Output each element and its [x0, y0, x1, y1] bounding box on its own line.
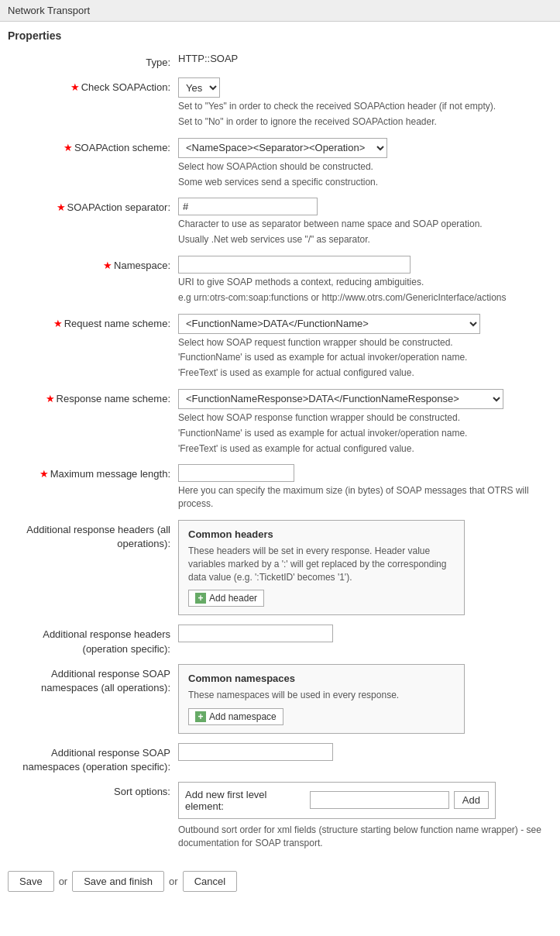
- required-star-check-soap: ★: [70, 81, 80, 93]
- common-headers-box: Common headers These headers will be set…: [178, 520, 465, 615]
- namespace-label-cell: ★Namespace:: [8, 253, 178, 311]
- response-name-scheme-row: ★Response name scheme: <FunctionNameResp…: [8, 386, 560, 461]
- required-star-namespace: ★: [103, 260, 112, 271]
- plus-icon: +: [195, 593, 206, 604]
- check-soap-action-label: Check SOAPAction:: [81, 81, 170, 93]
- soap-action-scheme-hint1: Select how SOAPAction should be construc…: [178, 160, 560, 174]
- namespace-input[interactable]: [178, 256, 411, 274]
- response-name-scheme-field-cell: <FunctionNameResponse>DATA</FunctionName…: [178, 386, 560, 461]
- soap-action-scheme-label: SOAPAction scheme:: [74, 142, 170, 153]
- add-namespace-button[interactable]: + Add namespace: [188, 708, 283, 725]
- max-message-length-input[interactable]: [178, 464, 294, 482]
- soap-action-separator-hint1: Character to use as separator between na…: [178, 218, 560, 231]
- sort-options-hint: Outbound sort order for xml fields (stru…: [178, 824, 560, 850]
- add-header-button[interactable]: + Add header: [188, 590, 264, 607]
- additional-response-headers-all-label: Additional response headers (all operati…: [26, 524, 170, 549]
- required-star-scheme: ★: [64, 142, 73, 153]
- request-name-scheme-label: Request name scheme:: [64, 318, 170, 329]
- request-name-scheme-label-cell: ★Request name scheme:: [8, 311, 178, 386]
- additional-response-soap-namespaces-specific-label-cell: Additional response SOAP namespaces (ope…: [8, 740, 178, 779]
- add-header-label: Add header: [209, 593, 257, 604]
- save-and-finish-button[interactable]: Save and finish: [72, 871, 164, 892]
- request-name-scheme-field-cell: <FunctionName>DATA</FunctionName> Select…: [178, 311, 560, 386]
- namespace-label: Namespace:: [114, 260, 170, 271]
- check-soap-action-row: ★Check SOAPAction: Yes No Set to "Yes" i…: [8, 74, 560, 135]
- type-value: HTTP::SOAP: [178, 53, 238, 64]
- soap-action-separator-label: SOAPAction separator:: [67, 201, 170, 213]
- add-namespace-label: Add namespace: [209, 711, 277, 722]
- response-name-scheme-hint3: 'FreeText' is used as example for actual…: [178, 442, 560, 456]
- max-message-length-field-cell: Here you can specify the maximum size (i…: [178, 461, 560, 517]
- response-name-scheme-select[interactable]: <FunctionNameResponse>DATA</FunctionName…: [178, 389, 503, 409]
- response-name-scheme-hint1: Select how SOAP response function wrappe…: [178, 411, 560, 425]
- type-row: Type: HTTP::SOAP: [8, 50, 560, 74]
- save-button[interactable]: Save: [8, 871, 54, 892]
- request-name-scheme-hint1: Select how SOAP request function wrapper…: [178, 336, 560, 349]
- common-namespaces-box: Common namespaces These namespaces will …: [178, 664, 465, 734]
- sort-options-field-cell: Add new first level element: Add Outboun…: [178, 779, 560, 856]
- request-name-scheme-select[interactable]: <FunctionName>DATA</FunctionName>: [178, 314, 480, 334]
- soap-action-scheme-label-cell: ★SOAPAction scheme:: [8, 135, 178, 195]
- common-namespaces-desc: These namespaces will be used in every r…: [188, 689, 455, 702]
- max-message-length-row: ★Maximum message length: Here you can sp…: [8, 461, 560, 517]
- cancel-button[interactable]: Cancel: [183, 871, 237, 892]
- additional-response-headers-specific-input[interactable]: [178, 625, 333, 642]
- response-name-scheme-hint2: 'FunctionName' is used as example for ac…: [178, 427, 560, 440]
- common-headers-title: Common headers: [188, 528, 455, 540]
- check-soap-action-label-cell: ★Check SOAPAction:: [8, 74, 178, 135]
- plus-namespace-icon: +: [195, 711, 206, 722]
- response-name-scheme-label: Response name scheme:: [57, 393, 170, 404]
- type-value-cell: HTTP::SOAP: [178, 50, 560, 74]
- soap-action-scheme-select[interactable]: <NameSpace><Separator><Operation>: [178, 138, 387, 158]
- additional-response-soap-namespaces-specific-label: Additional response SOAP namespaces (ope…: [22, 747, 170, 773]
- max-message-length-label: Maximum message length:: [50, 468, 170, 480]
- required-star-req-scheme: ★: [53, 318, 63, 329]
- soap-action-scheme-hint2: Some web services send a specific constr…: [178, 176, 560, 189]
- or-separator-1: or: [59, 876, 68, 887]
- namespace-hint1: URI to give SOAP methods a context, redu…: [178, 276, 560, 289]
- request-name-scheme-hint2: 'FunctionName' is used as example for ac…: [178, 351, 560, 364]
- required-star-resp-scheme: ★: [46, 393, 55, 404]
- additional-response-soap-namespaces-all-label: Additional response SOAP namespaces (all…: [41, 668, 170, 693]
- sort-options-container: Add new first level element: Add: [178, 782, 496, 819]
- request-name-scheme-row: ★Request name scheme: <FunctionName>DATA…: [8, 311, 560, 386]
- additional-response-soap-namespaces-specific-field-cell: [178, 740, 560, 779]
- required-star-max-msg: ★: [40, 468, 49, 480]
- required-star-separator: ★: [57, 201, 66, 213]
- additional-response-headers-specific-label: Additional response headers (operation s…: [43, 628, 170, 654]
- additional-response-headers-all-label-cell: Additional response headers (all operati…: [8, 517, 178, 621]
- additional-response-soap-namespaces-specific-input[interactable]: [178, 743, 333, 761]
- additional-response-soap-namespaces-all-label-cell: Additional response SOAP namespaces (all…: [8, 661, 178, 740]
- add-sort-btn-label: Add: [462, 794, 480, 806]
- additional-response-headers-all-field-cell: Common headers These headers will be set…: [178, 517, 560, 621]
- soap-action-separator-hint2: Usually .Net web services use "/" as sep…: [178, 233, 560, 246]
- response-name-scheme-label-cell: ★Response name scheme:: [8, 386, 178, 461]
- additional-response-headers-all-row: Additional response headers (all operati…: [8, 517, 560, 621]
- max-message-length-hint1: Here you can specify the maximum size (i…: [178, 484, 560, 511]
- request-name-scheme-hint3: 'FreeText' is used as example for actual…: [178, 366, 560, 380]
- sort-options-row: Sort options: Add new first level elemen…: [8, 779, 560, 856]
- soap-action-separator-field-cell: Character to use as separator between na…: [178, 194, 560, 253]
- additional-response-headers-specific-field-cell: [178, 621, 560, 660]
- add-sort-button[interactable]: Add: [454, 791, 489, 809]
- network-transport-title: Network Transport: [8, 5, 90, 16]
- sort-add-input[interactable]: [310, 791, 449, 809]
- check-soap-action-hint1: Set to "Yes" in order to check the recei…: [178, 100, 560, 113]
- soap-action-separator-input[interactable]: [178, 198, 318, 215]
- additional-response-soap-namespaces-specific-row: Additional response SOAP namespaces (ope…: [8, 740, 560, 779]
- common-headers-desc: These headers will be set in every respo…: [188, 545, 455, 583]
- additional-response-headers-specific-row: Additional response headers (operation s…: [8, 621, 560, 660]
- check-soap-action-field-cell: Yes No Set to "Yes" in order to check th…: [178, 74, 560, 135]
- soap-action-separator-label-cell: ★SOAPAction separator:: [8, 194, 178, 253]
- type-label: Type:: [8, 50, 178, 74]
- check-soap-action-select[interactable]: Yes No: [178, 77, 220, 98]
- max-message-length-label-cell: ★Maximum message length:: [8, 461, 178, 517]
- check-soap-action-hint2: Set to "No" in order to ignore the recei…: [178, 115, 560, 129]
- soap-action-separator-row: ★SOAPAction separator: Character to use …: [8, 194, 560, 253]
- additional-response-soap-namespaces-all-field-cell: Common namespaces These namespaces will …: [178, 661, 560, 740]
- soap-action-scheme-field-cell: <NameSpace><Separator><Operation> Select…: [178, 135, 560, 195]
- namespace-hint2: e.g urn:otrs-com:soap:functions or http:…: [178, 291, 560, 305]
- action-bar: Save or Save and finish or Cancel: [0, 863, 560, 900]
- sort-options-label-cell: Sort options:: [8, 779, 178, 856]
- network-transport-header: Network Transport: [0, 0, 560, 22]
